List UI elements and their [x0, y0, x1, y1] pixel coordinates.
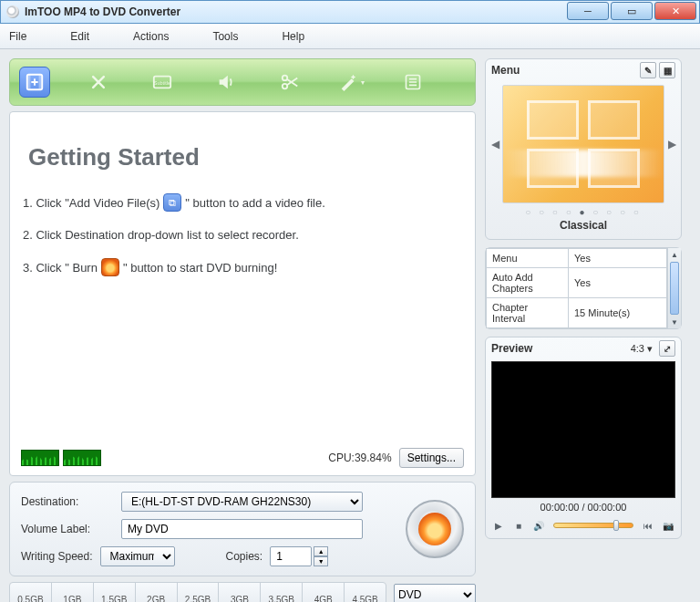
cpu-graph-2	[63, 450, 101, 466]
table-row: Chapter Interval15 Minute(s)	[487, 298, 667, 328]
toolbar: Subtitle ▾	[9, 58, 476, 106]
instruction-3-text-b: " button to start DVD burning!	[123, 261, 277, 275]
cpu-label: CPU:39.84%	[328, 452, 391, 464]
window-buttons: ─ ▭ ✕	[567, 1, 699, 23]
effects-button[interactable]: ▾	[338, 67, 365, 98]
instruction-3: 3. Click " Burn " button to start DVD bu…	[23, 258, 464, 276]
mute-button[interactable]: 🔊	[531, 518, 546, 533]
volume-knob[interactable]	[613, 520, 619, 531]
app-icon	[6, 5, 19, 18]
burn-icon	[101, 258, 119, 276]
subtitle-icon: Subtitle	[152, 73, 172, 91]
destination-label: Destination:	[21, 495, 121, 508]
destination-panel: Destination: E:(HL-DT-ST DVD-RAM GH22NS3…	[9, 482, 476, 576]
properties-panel: MenuYes Auto Add ChaptersYes Chapter Int…	[485, 247, 682, 329]
preview-controls: ▶ ■ 🔊 ⏮ 📷	[486, 516, 681, 538]
titlebar: ImTOO MP4 to DVD Converter ─ ▭ ✕	[0, 0, 700, 24]
fullscreen-button[interactable]: ⤢	[659, 340, 675, 357]
volume-label-label: Volume Label:	[21, 523, 121, 535]
volume-label-input[interactable]	[121, 519, 363, 539]
scroll-down-icon[interactable]: ▼	[671, 316, 678, 328]
instruction-2: 2. Click Destination drop-down list to s…	[23, 228, 464, 242]
template-next[interactable]: ▶	[666, 138, 677, 150]
menu-file[interactable]: File	[9, 30, 26, 43]
snapshot-button[interactable]: 📷	[661, 518, 675, 533]
menu-actions[interactable]: Actions	[133, 30, 169, 43]
menu-help[interactable]: Help	[282, 30, 304, 43]
svg-rect-1	[27, 75, 31, 90]
film-add-icon	[25, 72, 45, 92]
preview-screen	[491, 361, 675, 498]
film-add-icon: ⧉	[163, 193, 181, 212]
preview-time: 00:00:00 / 00:00:00	[486, 502, 681, 513]
add-video-button[interactable]	[19, 67, 50, 98]
properties-button[interactable]	[397, 67, 428, 98]
svg-rect-2	[39, 75, 43, 90]
stage-heading: Getting Started	[28, 143, 464, 171]
prop-val[interactable]: Yes	[569, 249, 667, 268]
tick: 0.5GB	[10, 583, 52, 602]
writing-speed-select[interactable]: Maximum	[100, 546, 175, 566]
writing-speed-label: Writing Speed:	[21, 550, 93, 563]
burn-button[interactable]	[406, 500, 464, 558]
scissors-icon	[280, 72, 300, 92]
instruction-1: 1. Click "Add Video File(s) ⧉ " button t…	[23, 193, 464, 212]
play-button[interactable]: ▶	[491, 518, 506, 533]
menu-panel-title: Menu	[491, 64, 520, 77]
flame-icon	[418, 513, 451, 545]
table-row: Auto Add ChaptersYes	[487, 268, 667, 298]
preview-panel: Preview 4:3 ▾ ⤢ 00:00:00 / 00:00:00 ▶ ■ …	[485, 337, 682, 539]
prop-key: Auto Add Chapters	[487, 268, 569, 298]
stop-button[interactable]: ■	[511, 518, 526, 533]
cpu-bar: CPU:39.84% Settings...	[21, 448, 464, 468]
tick: 3GB	[219, 583, 261, 602]
table-row: MenuYes	[487, 249, 667, 268]
disc-type-select[interactable]: DVD	[394, 584, 476, 602]
copies-input[interactable]	[270, 546, 312, 566]
tick: 1.5GB	[94, 583, 136, 602]
menu-tools[interactable]: Tools	[212, 30, 238, 43]
settings-button[interactable]: Settings...	[399, 448, 464, 468]
tick: 1GB	[52, 583, 94, 602]
close-button[interactable]: ✕	[654, 2, 696, 20]
menu-panel: Menu ✎ ▦ ◀ ▶ ○ ○ ○ ○ ● ○ ○ ○ ○ Classical	[485, 58, 682, 240]
x-icon	[89, 73, 108, 91]
volume-slider[interactable]	[553, 523, 633, 528]
template-thumbnail[interactable]	[502, 85, 664, 203]
clip-button[interactable]	[274, 67, 305, 98]
edit-menu-button[interactable]: ✎	[640, 62, 656, 78]
maximize-button[interactable]: ▭	[611, 2, 653, 20]
magic-wand-icon	[338, 72, 358, 92]
grid-icon: ▦	[664, 66, 672, 76]
menubar: File Edit Actions Tools Help	[0, 24, 700, 49]
prop-key: Chapter Interval	[487, 298, 569, 328]
subtitle-button[interactable]: Subtitle	[147, 67, 178, 98]
copies-down[interactable]: ▼	[314, 556, 328, 566]
templates-button[interactable]: ▦	[659, 62, 675, 78]
template-prev[interactable]: ◀	[489, 138, 500, 150]
instruction-2-text: 2. Click Destination drop-down list to s…	[23, 228, 299, 242]
stage: Getting Started 1. Click "Add Video File…	[9, 111, 476, 476]
scroll-thumb[interactable]	[670, 262, 679, 315]
aspect-ratio[interactable]: 4:3 ▾	[631, 343, 653, 355]
destination-select[interactable]: E:(HL-DT-ST DVD-RAM GH22NS30)	[121, 492, 363, 512]
menu-edit[interactable]: Edit	[70, 30, 89, 43]
minimize-button[interactable]: ─	[567, 2, 609, 20]
prop-key: Menu	[487, 249, 569, 268]
seek-back-button[interactable]: ⏮	[641, 518, 655, 533]
instruction-1-text-a: 1. Click "Add Video File(s)	[23, 196, 160, 210]
cpu-graph-1	[21, 450, 59, 466]
svg-text:Subtitle: Subtitle	[154, 80, 170, 86]
speaker-icon	[216, 72, 236, 92]
copies-stepper[interactable]: ▲ ▼	[270, 546, 328, 566]
window-title: ImTOO MP4 to DVD Converter	[25, 5, 567, 18]
audio-button[interactable]	[211, 67, 242, 98]
scroll-up-icon[interactable]: ▲	[671, 248, 678, 261]
prop-val[interactable]: Yes	[569, 268, 667, 298]
copies-up[interactable]: ▲	[314, 546, 328, 556]
preview-title: Preview	[491, 342, 532, 355]
properties-scrollbar[interactable]: ▲ ▼	[667, 248, 681, 328]
prop-val[interactable]: 15 Minute(s)	[569, 298, 667, 328]
copies-label: Copies:	[226, 550, 263, 563]
delete-button[interactable]	[83, 67, 114, 98]
